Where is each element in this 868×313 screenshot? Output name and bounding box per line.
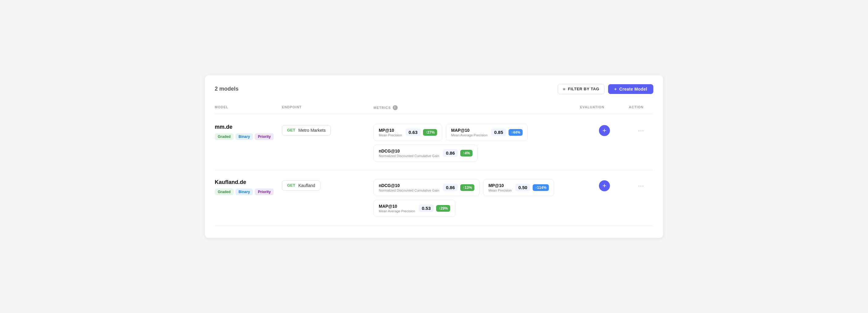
metric-change: ↑114% [533,184,549,191]
model-rows: mm.deGradedBinaryPriorityGETMetro Market… [215,115,653,226]
more-actions-button[interactable]: ··· [638,182,644,189]
metric-desc: Mean Precision [488,188,512,192]
tag-priority[interactable]: Priority [255,133,274,140]
tag-binary[interactable]: Binary [236,188,253,195]
models-count: 2 models [215,86,239,92]
model-name: Kaufland.de [215,179,282,185]
endpoint-method: GET [287,183,295,187]
metric-values: 0.86 ↑4% [443,149,472,157]
metric-score: 0.85 [491,129,506,136]
more-actions-button[interactable]: ··· [638,127,644,134]
metric-change: ↑27% [423,129,437,136]
endpoint-cell: GETMetro Markets [282,124,374,135]
tag-graded[interactable]: Graded [215,133,234,140]
col-evaluation: EVALUATION [580,105,629,110]
tag-binary[interactable]: Binary [236,133,253,140]
tag-graded[interactable]: Graded [215,188,234,195]
metric-info: MAP@10 Mean Average Precision [379,204,415,213]
evaluation-cell: + [580,124,629,136]
filter-by-tag-button[interactable]: ≡ FILTER BY TAG [558,84,604,94]
model-cell: Kaufland.deGradedBinaryPriority [215,179,282,195]
action-cell: ··· [629,124,653,134]
endpoint-cell: GETKaufland [282,179,374,191]
metric-desc: Mean Average Precision [451,133,488,137]
add-evaluation-button[interactable]: + [599,125,610,136]
metric-values: 0.53 ↑29% [419,204,450,212]
metric-info: nDCG@10 Normalized Discounted Cumulative… [379,148,439,158]
metrics-cell: MP@10 Mean Precision 0.63 ↑27% MAP@10 Me… [374,124,580,162]
metric-name: MAP@10 [379,204,415,209]
metric-name: nDCG@10 [379,183,439,188]
metric-info: MP@10 Mean Precision [488,183,512,192]
col-endpoint: ENDPOINT [282,105,374,110]
metric-desc: Normalized Discounted Cumulative Gain [379,154,439,158]
metric-info: MP@10 Mean Precision [379,128,402,137]
model-tags: GradedBinaryPriority [215,188,282,195]
metric-score: 0.86 [443,149,458,157]
model-tags: GradedBinaryPriority [215,133,282,140]
plus-icon: + [614,86,617,92]
col-metrics: METRICS i [374,105,580,110]
endpoint-method: GET [287,128,295,132]
metric-name: MAP@10 [451,128,488,133]
tag-priority[interactable]: Priority [255,188,274,195]
metrics-info-icon[interactable]: i [393,105,398,110]
metric-card: MP@10 Mean Precision 0.63 ↑27% [374,124,442,141]
metric-name: nDCG@10 [379,148,439,153]
table-header: MODEL ENDPOINT METRICS i EVALUATION ACTI… [215,103,653,114]
col-action: ACTION [629,105,653,110]
metric-values: 0.63 ↑27% [406,129,437,136]
header-actions: ≡ FILTER BY TAG + Create Model [558,84,653,94]
metric-card: MP@10 Mean Precision 0.50 ↑114% [483,179,554,196]
metric-score: 0.63 [406,129,421,136]
col-model: MODEL [215,105,282,110]
model-cell: mm.deGradedBinaryPriority [215,124,282,140]
metric-card: MAP@10 Mean Average Precision 0.53 ↑29% [374,200,455,217]
add-evaluation-button[interactable]: + [599,180,610,191]
filter-label: FILTER BY TAG [568,86,599,91]
metric-score: 0.50 [515,184,530,191]
metric-desc: Normalized Discounted Cumulative Gain [379,188,439,192]
endpoint-badge[interactable]: GETKaufland [282,180,320,191]
metric-card: nDCG@10 Normalized Discounted Cumulative… [374,145,478,162]
metric-change: ↑29% [436,205,450,212]
model-name: mm.de [215,124,282,130]
metric-desc: Mean Average Precision [379,209,415,213]
metric-card: nDCG@10 Normalized Discounted Cumulative… [374,179,479,196]
metric-change: ↑44% [508,129,523,136]
endpoint-name: Kaufland [299,183,315,188]
metric-card: MAP@10 Mean Average Precision 0.85 ↑44% [446,124,528,141]
metric-values: 0.85 ↑44% [491,129,523,136]
metrics-cell: nDCG@10 Normalized Discounted Cumulative… [374,179,580,217]
metric-name: MP@10 [379,128,402,133]
metrics-grid: nDCG@10 Normalized Discounted Cumulative… [374,179,580,217]
metric-score: 0.53 [419,204,434,212]
endpoint-badge[interactable]: GETMetro Markets [282,125,331,135]
metric-values: 0.86 ↑13% [443,184,474,191]
endpoint-name: Metro Markets [299,128,326,133]
main-container: 2 models ≡ FILTER BY TAG + Create Model … [205,75,663,238]
action-cell: ··· [629,179,653,189]
metric-change: ↑4% [460,150,472,156]
table-row: mm.deGradedBinaryPriorityGETMetro Market… [215,115,653,171]
metric-change: ↑13% [460,184,474,191]
metrics-grid: MP@10 Mean Precision 0.63 ↑27% MAP@10 Me… [374,124,580,162]
metric-name: MP@10 [488,183,512,188]
create-model-button[interactable]: + Create Model [608,84,653,94]
metric-values: 0.50 ↑114% [515,184,549,191]
metric-info: MAP@10 Mean Average Precision [451,128,488,137]
metric-desc: Mean Precision [379,133,402,137]
metric-info: nDCG@10 Normalized Discounted Cumulative… [379,183,439,192]
metric-score: 0.86 [443,184,458,191]
create-label: Create Model [619,86,647,92]
page-header: 2 models ≡ FILTER BY TAG + Create Model [215,84,653,94]
table-row: Kaufland.deGradedBinaryPriorityGETKaufla… [215,171,653,226]
filter-icon: ≡ [563,86,566,92]
evaluation-cell: + [580,179,629,191]
